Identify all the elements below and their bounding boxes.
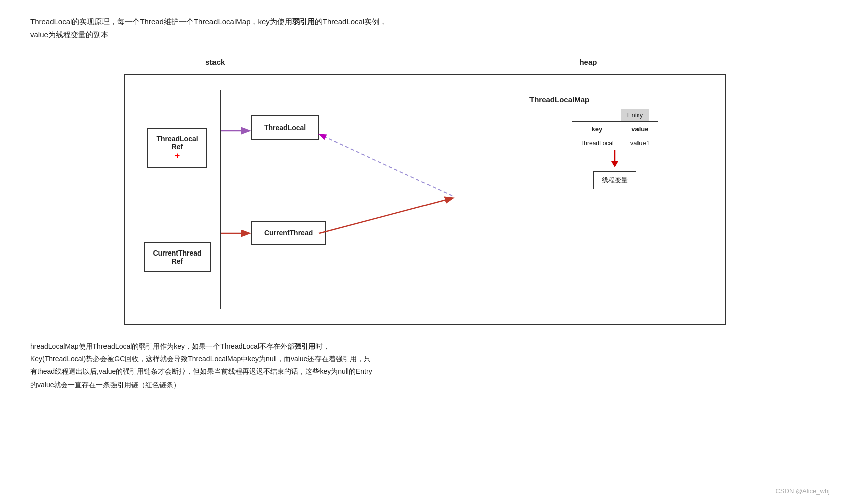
- currentthread-obj-box: CurrentThread: [251, 221, 326, 245]
- col-value: value: [622, 122, 658, 136]
- watermark-text: CSDN @Alice_whj: [775, 487, 830, 495]
- plus-icon: +: [175, 151, 180, 161]
- top-text-line1b: 的ThreadLocal实例，: [315, 17, 387, 26]
- threadlocal-obj-box: ThreadLocal: [251, 115, 319, 140]
- entry-label-text: Entry: [627, 111, 643, 119]
- outer-box: ThreadLocal Ref + CurrentThread Ref Thre…: [124, 74, 726, 325]
- page-container: ThreadLocal的实现原理，每一个Thread维护一个ThreadLoca…: [30, 15, 820, 391]
- threadlocal-ref-label: ThreadLocal Ref: [156, 135, 198, 151]
- top-description: ThreadLocal的实现原理，每一个Thread维护一个ThreadLoca…: [30, 15, 820, 41]
- threadlocalmap-area: ThreadLocalMap Entry key value: [524, 95, 705, 189]
- heap-area: ThreadLocal CurrentThread ThreadLocalMap…: [221, 90, 715, 309]
- entry-key-cell: ThreadLocal: [572, 136, 622, 150]
- svg-marker-1: [611, 161, 618, 167]
- var-box: 线程变量: [593, 171, 636, 189]
- bottom-p1-before: hreadLocalMap使用ThreadLocal的弱引用作为key，如果一个…: [30, 342, 294, 350]
- threadlocal-ref-box: ThreadLocal Ref +: [147, 128, 207, 168]
- top-text-bold1: 弱引用: [292, 17, 315, 26]
- bottom-p2: Key(ThreadLocal)势必会被GC回收，这样就会导致ThreadLoc…: [30, 355, 371, 363]
- entry-label: Entry: [621, 109, 649, 121]
- entry-table: key value ThreadLocal value1: [572, 121, 658, 150]
- tlm-label: ThreadLocalMap: [524, 95, 705, 104]
- svg-line-5: [320, 135, 452, 196]
- col-key: key: [572, 122, 622, 136]
- bottom-text: hreadLocalMap使用ThreadLocal的弱引用作为key，如果一个…: [30, 340, 633, 391]
- currentthread-obj-label: CurrentThread: [264, 229, 313, 237]
- stack-label: stack: [194, 55, 236, 69]
- top-text-line1: ThreadLocal的实现原理，每一个Thread维护一个ThreadLoca…: [30, 17, 292, 26]
- svg-line-4: [319, 198, 452, 233]
- down-arrow-svg: [607, 150, 622, 170]
- var-label: 线程变量: [602, 176, 628, 184]
- entry-row: ThreadLocal value1: [572, 136, 658, 150]
- heap-label: heap: [568, 55, 608, 69]
- currentthread-ref-label: CurrentThread Ref: [153, 249, 201, 265]
- bottom-p1-after: 时，: [315, 342, 330, 350]
- bottom-p4: 的value就会一直存在一条强引用链（红色链条）: [30, 381, 180, 389]
- threadlocal-obj-label: ThreadLocal: [264, 123, 306, 132]
- bottom-p3: 有thead线程退出以后,value的强引用链条才会断掉，但如果当前线程再迟迟不…: [30, 367, 372, 375]
- watermark: CSDN @Alice_whj: [775, 487, 830, 495]
- entry-value-cell: value1: [622, 136, 658, 150]
- bottom-p1-bold: 强引用: [294, 342, 315, 350]
- stack-column: ThreadLocal Ref + CurrentThread Ref: [135, 90, 220, 309]
- currentthread-ref-box: CurrentThread Ref: [144, 242, 210, 272]
- top-text-line2: value为线程变量的副本: [30, 30, 109, 39]
- diagram-area: stack heap ThreadLocal Ref + CurrentThre…: [124, 55, 726, 325]
